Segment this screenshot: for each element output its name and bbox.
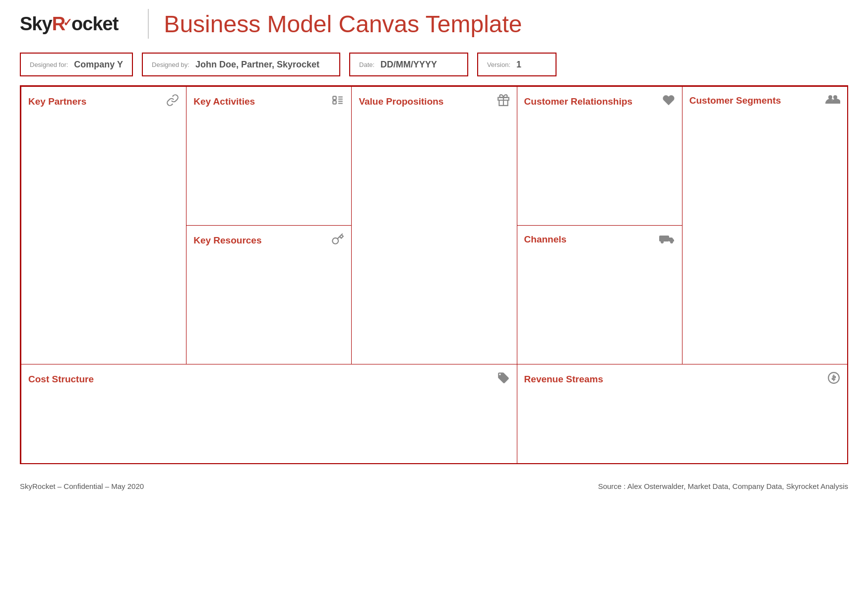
cost-structure-title: Cost Structure — [28, 374, 94, 385]
cell-key-activities-header: Key Activities — [193, 94, 344, 110]
svg-rect-1 — [333, 101, 337, 104]
logo-checkmark: ✓ — [63, 16, 71, 29]
footer-right: Source : Alex Osterwalder, Market Data, … — [598, 482, 848, 490]
logo-r: R✓ — [52, 13, 71, 35]
cell-cost-structure-header: Cost Structure — [28, 371, 510, 387]
cell-value-propositions-header: Value Propositions — [359, 94, 509, 110]
cell-key-resources: Key Resources — [186, 225, 351, 364]
cell-key-resources-header: Key Resources — [193, 233, 344, 248]
svg-rect-0 — [333, 96, 337, 100]
designed-by-value: John Doe, Partner, Skyrocket — [195, 60, 319, 70]
logo: SkyR✓ocket — [20, 13, 118, 35]
cell-customer-segments: Customer Segments — [682, 86, 847, 364]
cell-customer-relationships-header: Customer Relationships — [524, 94, 675, 110]
cell-channels: Channels — [517, 225, 682, 364]
cell-value-propositions: Value Propositions — [351, 86, 516, 364]
date-value: DD/MM/YYYY — [380, 60, 437, 70]
cell-channels-header: Channels — [524, 233, 675, 246]
customer-segments-icon — [825, 94, 840, 108]
key-partners-title: Key Partners — [28, 96, 86, 107]
channels-title: Channels — [524, 234, 567, 245]
channels-icon — [659, 233, 675, 246]
key-resources-title: Key Resources — [193, 235, 261, 246]
svg-point-9 — [828, 95, 832, 99]
customer-relationships-icon — [662, 94, 675, 110]
footer: SkyRocket – Confidential – May 2020 Sour… — [0, 474, 868, 498]
cell-key-activities: Key Activities — [186, 86, 351, 225]
customer-relationships-title: Customer Relationships — [524, 96, 633, 107]
key-activities-icon — [331, 94, 344, 110]
svg-point-8 — [670, 241, 673, 243]
value-propositions-icon — [497, 94, 510, 110]
key-resources-icon — [331, 233, 344, 248]
designed-by-box: Designed by: John Doe, Partner, Skyrocke… — [142, 53, 340, 76]
designed-for-label: Designed for: — [30, 61, 68, 68]
cell-customer-segments-header: Customer Segments — [689, 94, 840, 108]
value-propositions-title: Value Propositions — [359, 96, 443, 107]
key-activities-title: Key Activities — [193, 96, 255, 107]
date-box: Date: DD/MM/YYYY — [349, 53, 468, 76]
cost-structure-icon — [497, 371, 510, 387]
version-box: Version: 1 — [477, 53, 557, 76]
meta-row: Designed for: Company Y Designed by: Joh… — [20, 53, 848, 76]
customer-segments-title: Customer Segments — [689, 95, 781, 106]
date-label: Date: — [359, 61, 374, 68]
designed-for-box: Designed for: Company Y — [20, 53, 133, 76]
bmc-grid: Key Partners Key Activities Key Resource… — [21, 86, 847, 463]
logo-text: SkyR✓ocket — [20, 13, 118, 35]
revenue-streams-icon — [827, 371, 840, 387]
cell-revenue-streams-header: Revenue Streams — [524, 371, 840, 387]
cell-revenue-streams: Revenue Streams — [517, 364, 847, 463]
version-label: Version: — [487, 61, 510, 68]
page-title: Business Model Canvas Template — [164, 10, 522, 38]
revenue-streams-title: Revenue Streams — [524, 374, 603, 385]
designed-by-label: Designed by: — [152, 61, 189, 68]
canvas-container: Key Partners Key Activities Key Resource… — [20, 85, 848, 464]
footer-left: SkyRocket – Confidential – May 2020 — [20, 482, 144, 490]
svg-rect-6 — [659, 236, 669, 241]
key-partners-icon — [166, 94, 179, 110]
svg-point-7 — [661, 241, 664, 243]
header-divider — [148, 9, 149, 39]
version-value: 1 — [516, 60, 521, 70]
cell-customer-relationships: Customer Relationships — [517, 86, 682, 225]
cell-cost-structure: Cost Structure — [21, 364, 517, 463]
header: SkyR✓ocket Business Model Canvas Templat… — [0, 0, 868, 44]
cell-key-partners-header: Key Partners — [28, 94, 179, 110]
designed-for-value: Company Y — [74, 60, 123, 70]
cell-key-partners: Key Partners — [21, 86, 186, 364]
svg-point-10 — [833, 95, 837, 99]
